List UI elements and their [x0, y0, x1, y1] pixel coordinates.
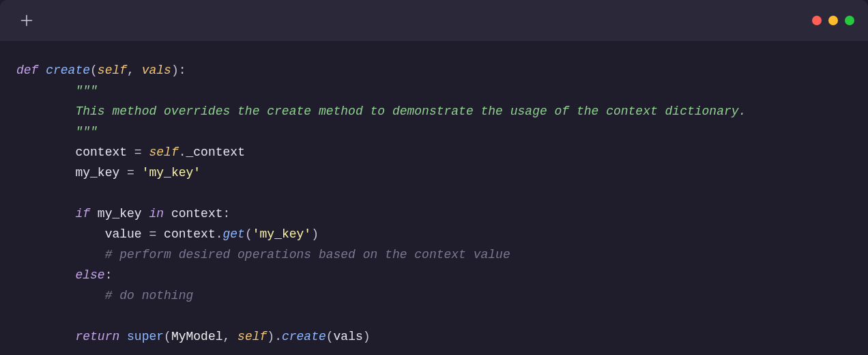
punct: ). — [267, 330, 282, 343]
punct: . — [179, 145, 186, 159]
ident-context: context — [75, 145, 127, 159]
docstring-open: """ — [75, 84, 97, 98]
param-vals: vals — [142, 63, 171, 77]
class-mymodel: MyModel — [171, 330, 223, 343]
ident-mykey: my_key — [98, 207, 142, 221]
punct: : — [223, 207, 231, 221]
op-eq: = — [149, 227, 156, 241]
code-editor[interactable]: def create(self, vals): """ This method … — [0, 41, 868, 347]
punct: ) — [363, 330, 371, 343]
attr-context: _context — [186, 145, 245, 159]
function-name: create — [46, 63, 90, 77]
keyword-def: def — [16, 63, 38, 77]
punct: ( — [326, 330, 334, 343]
punct: ( — [90, 63, 98, 77]
ident-context: context — [164, 227, 216, 241]
punct: ( — [245, 227, 252, 241]
keyword-if: if — [75, 207, 90, 221]
method-get: get — [223, 227, 245, 241]
punct: , — [223, 330, 238, 343]
punct: : — [105, 268, 113, 282]
self-param: self — [98, 63, 127, 77]
self-ref: self — [149, 145, 178, 159]
punct: ) — [311, 227, 319, 241]
docstring-body: This method overrides the create method … — [75, 104, 746, 118]
close-window-button[interactable] — [812, 16, 822, 25]
comment-ops: # perform desired operations based on th… — [105, 248, 510, 261]
minimize-window-button[interactable] — [828, 16, 838, 25]
keyword-else: else — [75, 268, 104, 282]
ident-context: context — [171, 207, 223, 221]
string-mykey: 'my_key' — [142, 166, 201, 180]
self-ref: self — [237, 330, 267, 343]
punct: , — [127, 63, 142, 77]
maximize-window-button[interactable] — [845, 16, 854, 25]
punct: ): — [171, 63, 186, 77]
title-bar — [0, 0, 868, 41]
punct: ( — [164, 330, 171, 343]
string-mykey-arg: 'my_key' — [252, 227, 311, 241]
punct: . — [216, 227, 223, 241]
docstring-close: """ — [75, 125, 97, 139]
editor-window: def create(self, vals): """ This method … — [0, 0, 868, 355]
comment-nothing: # do nothing — [105, 289, 194, 302]
method-create: create — [282, 330, 326, 343]
op-eq: = — [134, 145, 142, 159]
ident-value: value — [105, 227, 142, 241]
keyword-in: in — [149, 207, 164, 221]
window-controls — [812, 16, 854, 25]
ident-mykey: my_key — [75, 166, 119, 180]
arg-vals: vals — [334, 330, 363, 343]
op-eq: = — [127, 166, 134, 180]
plus-icon — [20, 14, 33, 27]
new-tab-button[interactable] — [20, 14, 33, 27]
keyword-return: return — [75, 330, 119, 343]
builtin-super: super — [127, 330, 164, 343]
